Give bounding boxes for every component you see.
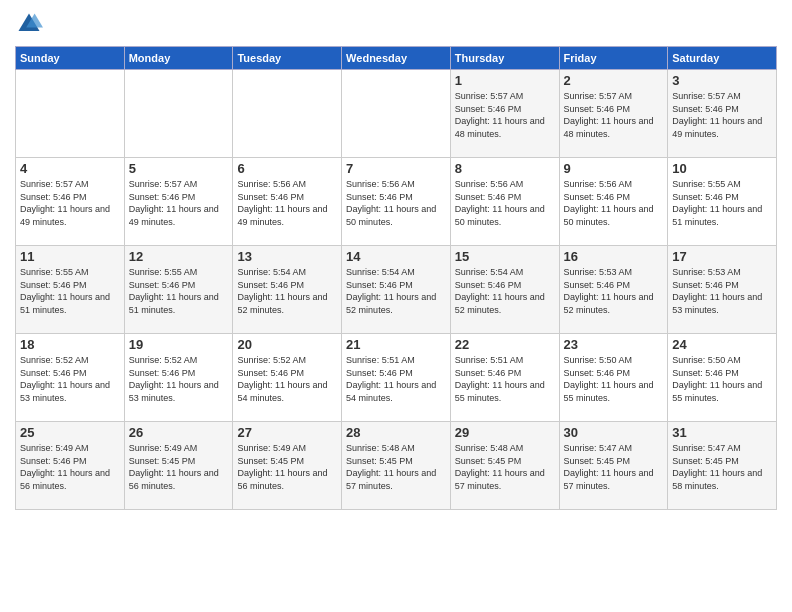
day-number: 25 <box>20 425 120 440</box>
calendar-cell: 7Sunrise: 5:56 AM Sunset: 5:46 PM Daylig… <box>342 158 451 246</box>
day-number: 29 <box>455 425 555 440</box>
day-info: Sunrise: 5:50 AM Sunset: 5:46 PM Dayligh… <box>672 354 772 404</box>
calendar-cell <box>233 70 342 158</box>
week-row-4: 18Sunrise: 5:52 AM Sunset: 5:46 PM Dayli… <box>16 334 777 422</box>
day-info: Sunrise: 5:56 AM Sunset: 5:46 PM Dayligh… <box>564 178 664 228</box>
calendar-cell: 22Sunrise: 5:51 AM Sunset: 5:46 PM Dayli… <box>450 334 559 422</box>
day-number: 16 <box>564 249 664 264</box>
day-header-sunday: Sunday <box>16 47 125 70</box>
day-info: Sunrise: 5:55 AM Sunset: 5:46 PM Dayligh… <box>129 266 229 316</box>
day-number: 6 <box>237 161 337 176</box>
day-info: Sunrise: 5:53 AM Sunset: 5:46 PM Dayligh… <box>672 266 772 316</box>
day-info: Sunrise: 5:48 AM Sunset: 5:45 PM Dayligh… <box>346 442 446 492</box>
calendar-cell: 30Sunrise: 5:47 AM Sunset: 5:45 PM Dayli… <box>559 422 668 510</box>
day-number: 15 <box>455 249 555 264</box>
header-row <box>15 10 777 38</box>
calendar-cell: 5Sunrise: 5:57 AM Sunset: 5:46 PM Daylig… <box>124 158 233 246</box>
day-number: 26 <box>129 425 229 440</box>
day-number: 10 <box>672 161 772 176</box>
calendar-cell: 18Sunrise: 5:52 AM Sunset: 5:46 PM Dayli… <box>16 334 125 422</box>
day-number: 21 <box>346 337 446 352</box>
calendar-cell: 10Sunrise: 5:55 AM Sunset: 5:46 PM Dayli… <box>668 158 777 246</box>
calendar-cell <box>16 70 125 158</box>
day-number: 1 <box>455 73 555 88</box>
day-number: 30 <box>564 425 664 440</box>
day-header-wednesday: Wednesday <box>342 47 451 70</box>
calendar-cell: 23Sunrise: 5:50 AM Sunset: 5:46 PM Dayli… <box>559 334 668 422</box>
calendar-table: SundayMondayTuesdayWednesdayThursdayFrid… <box>15 46 777 510</box>
calendar-cell: 6Sunrise: 5:56 AM Sunset: 5:46 PM Daylig… <box>233 158 342 246</box>
calendar-cell: 16Sunrise: 5:53 AM Sunset: 5:46 PM Dayli… <box>559 246 668 334</box>
day-header-tuesday: Tuesday <box>233 47 342 70</box>
day-number: 28 <box>346 425 446 440</box>
calendar-cell: 17Sunrise: 5:53 AM Sunset: 5:46 PM Dayli… <box>668 246 777 334</box>
calendar-cell: 31Sunrise: 5:47 AM Sunset: 5:45 PM Dayli… <box>668 422 777 510</box>
header-row-days: SundayMondayTuesdayWednesdayThursdayFrid… <box>16 47 777 70</box>
calendar-cell: 3Sunrise: 5:57 AM Sunset: 5:46 PM Daylig… <box>668 70 777 158</box>
day-info: Sunrise: 5:57 AM Sunset: 5:46 PM Dayligh… <box>564 90 664 140</box>
day-number: 3 <box>672 73 772 88</box>
day-info: Sunrise: 5:55 AM Sunset: 5:46 PM Dayligh… <box>672 178 772 228</box>
calendar-cell: 12Sunrise: 5:55 AM Sunset: 5:46 PM Dayli… <box>124 246 233 334</box>
week-row-1: 1Sunrise: 5:57 AM Sunset: 5:46 PM Daylig… <box>16 70 777 158</box>
day-number: 31 <box>672 425 772 440</box>
calendar-cell: 19Sunrise: 5:52 AM Sunset: 5:46 PM Dayli… <box>124 334 233 422</box>
calendar-cell: 14Sunrise: 5:54 AM Sunset: 5:46 PM Dayli… <box>342 246 451 334</box>
day-info: Sunrise: 5:55 AM Sunset: 5:46 PM Dayligh… <box>20 266 120 316</box>
day-info: Sunrise: 5:56 AM Sunset: 5:46 PM Dayligh… <box>346 178 446 228</box>
calendar-cell: 13Sunrise: 5:54 AM Sunset: 5:46 PM Dayli… <box>233 246 342 334</box>
calendar-cell: 25Sunrise: 5:49 AM Sunset: 5:46 PM Dayli… <box>16 422 125 510</box>
calendar-cell: 24Sunrise: 5:50 AM Sunset: 5:46 PM Dayli… <box>668 334 777 422</box>
day-info: Sunrise: 5:52 AM Sunset: 5:46 PM Dayligh… <box>129 354 229 404</box>
day-number: 8 <box>455 161 555 176</box>
calendar-cell <box>342 70 451 158</box>
calendar-cell: 20Sunrise: 5:52 AM Sunset: 5:46 PM Dayli… <box>233 334 342 422</box>
day-info: Sunrise: 5:57 AM Sunset: 5:46 PM Dayligh… <box>672 90 772 140</box>
day-number: 18 <box>20 337 120 352</box>
day-info: Sunrise: 5:56 AM Sunset: 5:46 PM Dayligh… <box>237 178 337 228</box>
week-row-3: 11Sunrise: 5:55 AM Sunset: 5:46 PM Dayli… <box>16 246 777 334</box>
day-number: 27 <box>237 425 337 440</box>
day-number: 24 <box>672 337 772 352</box>
day-number: 17 <box>672 249 772 264</box>
week-row-5: 25Sunrise: 5:49 AM Sunset: 5:46 PM Dayli… <box>16 422 777 510</box>
day-info: Sunrise: 5:49 AM Sunset: 5:46 PM Dayligh… <box>20 442 120 492</box>
week-row-2: 4Sunrise: 5:57 AM Sunset: 5:46 PM Daylig… <box>16 158 777 246</box>
calendar-cell: 11Sunrise: 5:55 AM Sunset: 5:46 PM Dayli… <box>16 246 125 334</box>
calendar-cell: 29Sunrise: 5:48 AM Sunset: 5:45 PM Dayli… <box>450 422 559 510</box>
day-info: Sunrise: 5:57 AM Sunset: 5:46 PM Dayligh… <box>455 90 555 140</box>
day-info: Sunrise: 5:56 AM Sunset: 5:46 PM Dayligh… <box>455 178 555 228</box>
calendar-cell: 27Sunrise: 5:49 AM Sunset: 5:45 PM Dayli… <box>233 422 342 510</box>
logo-icon <box>15 10 43 38</box>
day-info: Sunrise: 5:51 AM Sunset: 5:46 PM Dayligh… <box>455 354 555 404</box>
day-number: 12 <box>129 249 229 264</box>
day-number: 11 <box>20 249 120 264</box>
calendar-cell: 1Sunrise: 5:57 AM Sunset: 5:46 PM Daylig… <box>450 70 559 158</box>
day-info: Sunrise: 5:52 AM Sunset: 5:46 PM Dayligh… <box>20 354 120 404</box>
day-info: Sunrise: 5:54 AM Sunset: 5:46 PM Dayligh… <box>237 266 337 316</box>
calendar-cell: 26Sunrise: 5:49 AM Sunset: 5:45 PM Dayli… <box>124 422 233 510</box>
day-info: Sunrise: 5:54 AM Sunset: 5:46 PM Dayligh… <box>346 266 446 316</box>
day-info: Sunrise: 5:47 AM Sunset: 5:45 PM Dayligh… <box>564 442 664 492</box>
day-info: Sunrise: 5:50 AM Sunset: 5:46 PM Dayligh… <box>564 354 664 404</box>
day-info: Sunrise: 5:49 AM Sunset: 5:45 PM Dayligh… <box>237 442 337 492</box>
day-number: 14 <box>346 249 446 264</box>
day-header-monday: Monday <box>124 47 233 70</box>
day-header-thursday: Thursday <box>450 47 559 70</box>
calendar-cell: 8Sunrise: 5:56 AM Sunset: 5:46 PM Daylig… <box>450 158 559 246</box>
page-container: SundayMondayTuesdayWednesdayThursdayFrid… <box>0 0 792 520</box>
logo <box>15 10 47 38</box>
day-info: Sunrise: 5:47 AM Sunset: 5:45 PM Dayligh… <box>672 442 772 492</box>
day-number: 13 <box>237 249 337 264</box>
day-info: Sunrise: 5:57 AM Sunset: 5:46 PM Dayligh… <box>20 178 120 228</box>
day-info: Sunrise: 5:49 AM Sunset: 5:45 PM Dayligh… <box>129 442 229 492</box>
day-info: Sunrise: 5:52 AM Sunset: 5:46 PM Dayligh… <box>237 354 337 404</box>
day-number: 23 <box>564 337 664 352</box>
day-info: Sunrise: 5:48 AM Sunset: 5:45 PM Dayligh… <box>455 442 555 492</box>
day-number: 19 <box>129 337 229 352</box>
day-info: Sunrise: 5:57 AM Sunset: 5:46 PM Dayligh… <box>129 178 229 228</box>
day-number: 4 <box>20 161 120 176</box>
day-header-saturday: Saturday <box>668 47 777 70</box>
calendar-cell: 4Sunrise: 5:57 AM Sunset: 5:46 PM Daylig… <box>16 158 125 246</box>
day-header-friday: Friday <box>559 47 668 70</box>
